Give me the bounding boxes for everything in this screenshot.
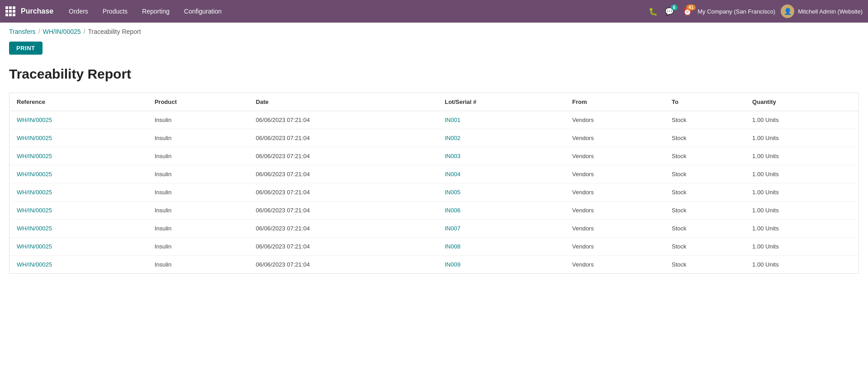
menu-products[interactable]: Products bbox=[96, 5, 134, 18]
cell-reference: WH/IN/00025 bbox=[9, 147, 147, 165]
col-reference: Reference bbox=[9, 93, 147, 111]
table-header-row: Reference Product Date Lot/Serial # From… bbox=[9, 93, 859, 111]
cell-to: Stock bbox=[664, 183, 745, 201]
lot-link[interactable]: IN007 bbox=[445, 225, 460, 232]
bug-icon: 🐛 bbox=[649, 7, 658, 16]
cell-to: Stock bbox=[664, 256, 745, 274]
cell-to: Stock bbox=[664, 129, 745, 147]
breadcrumb: Transfers / WH/IN/00025 / Traceability R… bbox=[0, 23, 868, 39]
col-lot: Lot/Serial # bbox=[437, 93, 565, 111]
cell-product: Insulin bbox=[147, 129, 249, 147]
cell-product: Insulin bbox=[147, 220, 249, 238]
cell-date: 06/06/2023 07:21:04 bbox=[249, 183, 438, 201]
breadcrumb-transfer-id-link[interactable]: WH/IN/00025 bbox=[43, 28, 81, 35]
reference-link[interactable]: WH/IN/00025 bbox=[17, 225, 52, 232]
cell-quantity: 1.00 Units bbox=[745, 201, 859, 220]
table-body: WH/IN/00025Insulin06/06/2023 07:21:04IN0… bbox=[9, 111, 859, 274]
table-row: WH/IN/00025Insulin06/06/2023 07:21:04IN0… bbox=[9, 183, 859, 201]
cell-date: 06/06/2023 07:21:04 bbox=[249, 256, 438, 274]
debug-icon-btn[interactable]: 🐛 bbox=[649, 7, 658, 16]
cell-from: Vendors bbox=[565, 220, 664, 238]
lot-link[interactable]: IN006 bbox=[445, 207, 460, 214]
cell-date: 06/06/2023 07:21:04 bbox=[249, 220, 438, 238]
cell-to: Stock bbox=[664, 238, 745, 256]
col-quantity: Quantity bbox=[745, 93, 859, 111]
reference-link[interactable]: WH/IN/00025 bbox=[17, 243, 52, 250]
cell-lot: IN002 bbox=[437, 129, 565, 147]
company-selector[interactable]: My Company (San Francisco) bbox=[697, 8, 775, 15]
cell-quantity: 1.00 Units bbox=[745, 256, 859, 274]
cell-quantity: 1.00 Units bbox=[745, 238, 859, 256]
reference-link[interactable]: WH/IN/00025 bbox=[17, 153, 52, 159]
cell-reference: WH/IN/00025 bbox=[9, 111, 147, 129]
table-row: WH/IN/00025Insulin06/06/2023 07:21:04IN0… bbox=[9, 129, 859, 147]
cell-reference: WH/IN/00025 bbox=[9, 183, 147, 201]
user-menu[interactable]: 👤 Mitchell Admin (Website) bbox=[781, 5, 863, 18]
cell-product: Insulin bbox=[147, 183, 249, 201]
cell-from: Vendors bbox=[565, 183, 664, 201]
cell-reference: WH/IN/00025 bbox=[9, 256, 147, 274]
cell-product: Insulin bbox=[147, 165, 249, 183]
table-row: WH/IN/00025Insulin06/06/2023 07:21:04IN0… bbox=[9, 147, 859, 165]
cell-date: 06/06/2023 07:21:04 bbox=[249, 201, 438, 220]
app-grid-icon[interactable] bbox=[5, 6, 15, 16]
lot-link[interactable]: IN008 bbox=[445, 243, 460, 250]
cell-quantity: 1.00 Units bbox=[745, 129, 859, 147]
cell-lot: IN009 bbox=[437, 256, 565, 274]
lot-link[interactable]: IN003 bbox=[445, 153, 460, 159]
print-button[interactable]: PRINT bbox=[9, 42, 43, 55]
reference-link[interactable]: WH/IN/00025 bbox=[17, 117, 52, 123]
cell-reference: WH/IN/00025 bbox=[9, 220, 147, 238]
cell-product: Insulin bbox=[147, 238, 249, 256]
lot-link[interactable]: IN002 bbox=[445, 135, 460, 141]
reference-link[interactable]: WH/IN/00025 bbox=[17, 261, 52, 268]
col-product: Product bbox=[147, 93, 249, 111]
cell-reference: WH/IN/00025 bbox=[9, 129, 147, 147]
cell-to: Stock bbox=[664, 165, 745, 183]
col-date: Date bbox=[249, 93, 438, 111]
lot-link[interactable]: IN004 bbox=[445, 171, 460, 178]
menu-configuration[interactable]: Configuration bbox=[178, 5, 228, 18]
lot-link[interactable]: IN005 bbox=[445, 189, 460, 196]
cell-reference: WH/IN/00025 bbox=[9, 238, 147, 256]
chat-icon-btn[interactable]: 💬 6 bbox=[665, 7, 674, 16]
reference-link[interactable]: WH/IN/00025 bbox=[17, 207, 52, 214]
cell-quantity: 1.00 Units bbox=[745, 183, 859, 201]
menu-orders[interactable]: Orders bbox=[62, 5, 95, 18]
cell-from: Vendors bbox=[565, 238, 664, 256]
breadcrumb-sep-1: / bbox=[38, 28, 40, 35]
brand-name[interactable]: Purchase bbox=[21, 7, 53, 15]
menu-reporting[interactable]: Reporting bbox=[136, 5, 176, 18]
cell-lot: IN003 bbox=[437, 147, 565, 165]
lot-link[interactable]: IN009 bbox=[445, 261, 460, 268]
table-header: Reference Product Date Lot/Serial # From… bbox=[9, 93, 859, 111]
cell-lot: IN008 bbox=[437, 238, 565, 256]
cell-quantity: 1.00 Units bbox=[745, 165, 859, 183]
table-row: WH/IN/00025Insulin06/06/2023 07:21:04IN0… bbox=[9, 220, 859, 238]
report-title: Traceability Report bbox=[9, 66, 859, 82]
cell-to: Stock bbox=[664, 147, 745, 165]
activity-icon-btn[interactable]: ⏰ 41 bbox=[683, 7, 692, 16]
reference-link[interactable]: WH/IN/00025 bbox=[17, 171, 52, 178]
reference-link[interactable]: WH/IN/00025 bbox=[17, 135, 52, 141]
traceability-table: Reference Product Date Lot/Serial # From… bbox=[9, 93, 859, 274]
top-navigation: Purchase Orders Products Reporting Confi… bbox=[0, 0, 868, 23]
cell-lot: IN001 bbox=[437, 111, 565, 129]
table-row: WH/IN/00025Insulin06/06/2023 07:21:04IN0… bbox=[9, 256, 859, 274]
cell-date: 06/06/2023 07:21:04 bbox=[249, 165, 438, 183]
breadcrumb-transfers-link[interactable]: Transfers bbox=[9, 28, 36, 35]
chat-badge: 6 bbox=[671, 5, 678, 10]
table-row: WH/IN/00025Insulin06/06/2023 07:21:04IN0… bbox=[9, 238, 859, 256]
cell-reference: WH/IN/00025 bbox=[9, 165, 147, 183]
table-row: WH/IN/00025Insulin06/06/2023 07:21:04IN0… bbox=[9, 111, 859, 129]
cell-to: Stock bbox=[664, 201, 745, 220]
cell-lot: IN005 bbox=[437, 183, 565, 201]
lot-link[interactable]: IN001 bbox=[445, 117, 460, 123]
cell-quantity: 1.00 Units bbox=[745, 147, 859, 165]
cell-from: Vendors bbox=[565, 147, 664, 165]
reference-link[interactable]: WH/IN/00025 bbox=[17, 189, 52, 196]
cell-from: Vendors bbox=[565, 165, 664, 183]
main-content: Traceability Report Reference Product Da… bbox=[0, 62, 868, 283]
cell-date: 06/06/2023 07:21:04 bbox=[249, 111, 438, 129]
cell-date: 06/06/2023 07:21:04 bbox=[249, 238, 438, 256]
